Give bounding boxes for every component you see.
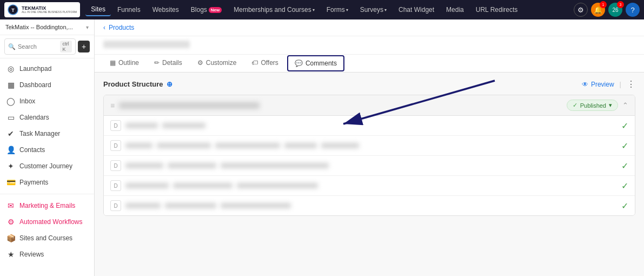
tab-details[interactable]: ✏ Details	[148, 55, 189, 72]
nav-action-icons: ⚙ 🔔 1 26 3 ?	[574, 3, 640, 17]
sidebar-item-reviews[interactable]: ★ Reviews	[0, 246, 94, 262]
notification-bell-btn[interactable]: 🔔 1	[591, 3, 605, 17]
row-check-1: ✓	[621, 141, 628, 151]
sidebar-item-sites-courses[interactable]: 📦 Sites and Courses	[0, 230, 94, 246]
sidebar-item-contacts[interactable]: 👤 Contacts	[0, 142, 94, 158]
search-shortcut: ctrl K	[60, 41, 72, 52]
table-row: D ✓	[104, 156, 635, 176]
sidebar-item-marketing[interactable]: ✉ Marketing & Emails	[0, 198, 94, 214]
launchpad-icon: ◎	[6, 64, 15, 73]
sidebar-label-calendars: Calendars	[19, 114, 49, 121]
tab-offers[interactable]: 🏷 Offers	[245, 55, 284, 72]
account-name: TekMatix -- Boddington,...	[5, 24, 83, 30]
content-area: ‹ Products ▦ Outline ✏ Details ⚙ Customi…	[95, 19, 644, 276]
inbox-icon: ◯	[6, 97, 15, 106]
nav-chat-widget[interactable]: Chat Widget	[393, 4, 440, 16]
nav-surveys[interactable]: Surveys ▾	[355, 4, 392, 16]
new-badge: New	[209, 7, 222, 13]
tab-customize[interactable]: ⚙ Customize	[191, 55, 243, 72]
sidebar-label-task-manager: Task Manager	[19, 130, 60, 137]
row-content-4	[125, 203, 617, 208]
chevron-up-icon: ⌃	[622, 101, 628, 109]
row-type-icon-0: D	[110, 120, 121, 131]
account-selector[interactable]: TekMatix -- Boddington,... ▾	[0, 19, 94, 35]
table-row: D ✓	[104, 196, 635, 215]
task-icon: ✔	[6, 129, 15, 138]
table-header: ≡ ✓ Published ▾ ⌃	[104, 95, 635, 116]
settings-icon-btn[interactable]: ⚙	[574, 3, 588, 17]
sidebar-label-launchpad: Launchpad	[19, 65, 51, 73]
help-btn[interactable]: ?	[626, 3, 640, 17]
published-check-icon: ✓	[573, 102, 577, 109]
search-input-wrap: 🔍 ctrl K	[4, 38, 76, 55]
logo[interactable]: T TEKMATIX ALL IN ONE ONLINE BUSINESS PL…	[4, 2, 80, 17]
sidebar-label-payments: Payments	[19, 179, 48, 186]
published-badge[interactable]: ✓ Published ▾	[567, 100, 618, 111]
surveys-chevron: ▾	[384, 8, 387, 12]
preview-button[interactable]: 👁 Preview	[582, 81, 614, 88]
breadcrumb: ‹ Products	[95, 19, 644, 36]
details-icon: ✏	[154, 59, 160, 67]
marketing-icon: ✉	[6, 201, 15, 210]
nav-sites[interactable]: Sites	[85, 3, 111, 16]
add-structure-icon[interactable]: ⊕	[167, 80, 172, 88]
workflow-icon: ⚙	[6, 218, 15, 226]
expand-collapse-button[interactable]: ⌃	[622, 101, 628, 109]
sidebar-item-task-manager[interactable]: ✔ Task Manager	[0, 126, 94, 142]
tab-comments[interactable]: 💬 Comments	[287, 55, 344, 71]
breadcrumb-parent[interactable]: Products	[109, 24, 134, 31]
page-title-blurred	[103, 41, 190, 48]
svg-text:T: T	[11, 8, 15, 13]
sidebar-label-workflows: Automated Workflows	[19, 218, 83, 226]
sidebar-item-payments[interactable]: 💳 Payments	[0, 174, 94, 190]
sidebar-item-dashboard[interactable]: ▦ Dashboard	[0, 77, 94, 93]
row-type-icon-2: D	[110, 160, 121, 171]
product-section: Product Structure ⊕ 👁 Preview | ⋮ ≡	[95, 73, 644, 276]
tab-outline[interactable]: ▦ Outline	[103, 55, 145, 72]
nav-forms[interactable]: Forms ▾	[321, 4, 354, 16]
sidebar-label-sites-courses: Sites and Courses	[19, 234, 72, 242]
user-count-btn[interactable]: 26 3	[608, 3, 622, 17]
reviews-icon: ★	[6, 250, 15, 259]
search-input[interactable]	[18, 43, 60, 50]
nav-media[interactable]: Media	[441, 4, 469, 16]
search-area: 🔍 ctrl K +	[0, 35, 94, 58]
table-row: D ✓	[104, 176, 635, 196]
sidebar-item-customer-journey[interactable]: ✦ Customer Journey	[0, 158, 94, 174]
sidebar-item-calendars[interactable]: ▭ Calendars	[0, 109, 94, 126]
page-header	[95, 36, 644, 55]
notification-badge: 1	[600, 1, 607, 8]
nav-memberships[interactable]: Memberships and Courses ▾	[228, 4, 320, 16]
section-title: Product Structure ⊕	[103, 80, 172, 88]
more-options-button[interactable]: ⋮	[627, 79, 635, 89]
menu-divider	[0, 194, 94, 194]
sidebar-label-marketing: Marketing & Emails	[19, 202, 75, 209]
outline-icon: ▦	[110, 59, 116, 67]
sidebar-item-workflows[interactable]: ⚙ Automated Workflows	[0, 214, 94, 230]
nav-funnels[interactable]: Funnels	[112, 4, 146, 16]
nav-websites[interactable]: Websites	[147, 4, 184, 16]
customize-icon: ⚙	[197, 59, 203, 67]
search-icon: 🔍	[8, 43, 16, 50]
add-button[interactable]: +	[78, 41, 90, 52]
logo-icon: T	[8, 4, 18, 15]
comments-icon: 💬	[295, 60, 303, 67]
row-check-2: ✓	[621, 161, 628, 171]
published-label: Published	[580, 102, 606, 109]
section-header: Product Structure ⊕ 👁 Preview | ⋮	[103, 79, 635, 89]
sidebar-item-launchpad[interactable]: ◎ Launchpad	[0, 61, 94, 77]
published-chevron-icon: ▾	[609, 102, 612, 109]
sidebar-item-inbox[interactable]: ◯ Inbox	[0, 93, 94, 109]
row-type-icon-1: D	[110, 140, 121, 151]
table-row: D ✓	[104, 116, 635, 136]
sidebar: TekMatix -- Boddington,... ▾ 🔍 ctrl K + …	[0, 19, 95, 276]
sidebar-label-inbox: Inbox	[19, 97, 35, 105]
row-type-icon-4: D	[110, 200, 121, 211]
sidebar-label-dashboard: Dashboard	[19, 81, 51, 89]
nav-url-redirects[interactable]: URL Redirects	[470, 4, 523, 16]
payments-icon: 💳	[6, 178, 15, 187]
calendar-icon: ▭	[6, 113, 15, 122]
user-count: 26	[612, 7, 618, 13]
contacts-icon: 👤	[6, 146, 15, 154]
nav-blogs[interactable]: Blogs New	[185, 4, 227, 16]
